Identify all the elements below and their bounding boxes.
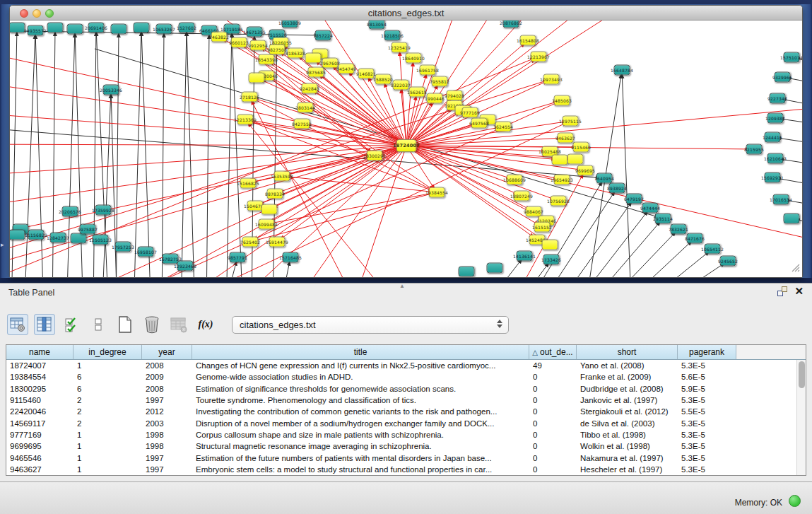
create-table-button[interactable]: [114, 314, 136, 335]
graph-node[interactable]: 18300295: [367, 151, 383, 161]
graph-node[interactable]: [552, 155, 568, 165]
panel-collapse-arrow-icon[interactable]: ▸: [1, 242, 4, 248]
graph-node[interactable]: [67, 24, 83, 35]
graph-node[interactable]: 8454749: [339, 64, 355, 74]
graph-node[interactable]: 18807249: [514, 191, 530, 201]
graph-node[interactable]: 12842737: [50, 233, 66, 243]
graph-node[interactable]: 1244415: [765, 132, 781, 143]
graph-node[interactable]: 20053346: [103, 85, 119, 95]
table-cell[interactable]: 6: [73, 385, 142, 393]
table-cell[interactable]: 2008: [142, 385, 192, 393]
table-cell[interactable]: 0: [529, 454, 577, 462]
table-cell[interactable]: 5.3E-5: [678, 419, 736, 428]
graph-node[interactable]: 11156829: [28, 230, 45, 240]
column-header-title[interactable]: title: [192, 345, 529, 359]
table-cell[interactable]: Yano et al. (2008): [577, 361, 678, 370]
float-panel-icon[interactable]: [777, 286, 787, 296]
table-cell[interactable]: 5.9E-5: [678, 385, 736, 393]
graph-node[interactable]: 1588520: [375, 74, 392, 85]
table-cell[interactable]: 5.3E-5: [678, 431, 736, 439]
column-header-in-degree[interactable]: in_degree: [73, 345, 142, 359]
graph-node[interactable]: 15166825: [240, 178, 257, 189]
table-cell[interactable]: 2008: [142, 361, 192, 370]
table-cell[interactable]: 18724007: [6, 361, 73, 370]
graph-node[interactable]: [784, 214, 800, 224]
table-cell[interactable]: 1: [73, 431, 142, 439]
table-cell[interactable]: de Silva et al. (2003): [577, 419, 678, 428]
table-cell[interactable]: 1: [73, 442, 142, 450]
row-height-button[interactable]: [88, 314, 109, 335]
table-row[interactable]: 977716911998Corpus callosum shape and si…: [6, 429, 806, 440]
table-cell[interactable]: Hescheler et al. (1997): [577, 465, 678, 474]
graph-node[interactable]: 9912954: [250, 40, 266, 51]
table-cell[interactable]: 18300295: [6, 385, 73, 393]
graph-node[interactable]: 9857791: [230, 252, 246, 263]
table-cell[interactable]: 19384554: [6, 373, 73, 381]
graph-node[interactable]: 1527602: [179, 23, 195, 33]
graph-node[interactable]: 7832621: [671, 224, 687, 235]
graph-node[interactable]: 18640910: [406, 53, 422, 64]
graph-node[interactable]: 9699695: [577, 165, 594, 176]
graph-node[interactable]: 12213967: [531, 52, 547, 62]
column-header-year[interactable]: year: [142, 345, 192, 359]
table-cell[interactable]: Corpus callosum shape and size in male p…: [192, 431, 529, 439]
table-cell[interactable]: Changes of HCN gene expression and I(f) …: [192, 361, 529, 370]
table-cell[interactable]: 0: [529, 373, 577, 381]
graph-node[interactable]: [567, 154, 584, 165]
graph-node[interactable]: 14671355: [247, 27, 263, 37]
graph-node[interactable]: 8215955: [746, 144, 763, 155]
column-header-out-de-[interactable]: △out_de...: [529, 345, 577, 359]
window-resize-grip-icon[interactable]: [790, 262, 800, 275]
graph-node[interactable]: 10973493: [543, 74, 560, 85]
graph-node[interactable]: 16958107: [138, 247, 154, 257]
table-cell[interactable]: 9115460: [6, 396, 73, 404]
graph-node[interactable]: 20206576: [62, 206, 78, 217]
graph-node[interactable]: 15692931: [765, 173, 781, 183]
table-cell[interactable]: 5.3E-5: [678, 465, 736, 474]
graph-node[interactable]: [71, 233, 87, 244]
graph-node[interactable]: 9474444: [642, 203, 659, 214]
table-cell[interactable]: 1998: [142, 442, 192, 450]
graph-node[interactable]: [487, 263, 503, 274]
table-cell[interactable]: 0: [529, 465, 577, 474]
graph-node[interactable]: 8322037: [393, 80, 409, 90]
table-cell[interactable]: 5.3E-5: [678, 442, 736, 450]
graph-node[interactable]: 18543398: [259, 54, 275, 65]
table-cell[interactable]: 1: [73, 361, 142, 370]
graph-node[interactable]: 15751074: [784, 52, 800, 63]
table-cell[interactable]: 2012: [142, 407, 192, 416]
graph-node[interactable]: 16210643: [767, 153, 784, 164]
table-cell[interactable]: 5.6E-5: [678, 373, 736, 381]
graph-node[interactable]: 9115460: [573, 142, 589, 153]
graph-node[interactable]: 15716485: [283, 252, 299, 263]
window-titlebar[interactable]: citations_edges.txt: [10, 6, 802, 21]
table-cell[interactable]: 9699695: [6, 442, 73, 450]
table-row[interactable]: 1456911722003Disruption of a novel membe…: [6, 417, 806, 428]
memory-indicator[interactable]: [789, 495, 801, 507]
graph-node[interactable]: 9975887: [80, 224, 96, 235]
graph-node[interactable]: 9242843: [302, 83, 318, 94]
table-cell[interactable]: Estimation of the future numbers of pati…: [192, 454, 529, 462]
graph-node[interactable]: 8813054: [369, 21, 385, 30]
table-cell[interactable]: 0: [529, 407, 577, 416]
graph-node[interactable]: 8427552: [294, 119, 310, 129]
table-cell[interactable]: Tibbo et al. (1998): [577, 431, 678, 439]
graph-node[interactable]: 16053809: [282, 21, 298, 28]
graph-node[interactable]: 8938924: [609, 183, 625, 194]
table-cell[interactable]: Investigating the contribution of common…: [192, 407, 529, 416]
table-cell[interactable]: 5.3E-5: [678, 396, 736, 404]
graph-node[interactable]: 7955812: [432, 76, 448, 87]
table-row[interactable]: 1872400712008Changes of HCN gene express…: [6, 360, 806, 371]
table-cell[interactable]: Dudbridge et al. (2008): [577, 385, 678, 393]
graph-node[interactable]: 16648784: [614, 65, 630, 76]
table-cell[interactable]: Disruption of a novel member of a sodium…: [192, 419, 529, 428]
table-cell[interactable]: 49: [529, 361, 577, 370]
table-cell[interactable]: 6: [73, 373, 142, 381]
table-cell[interactable]: 1: [73, 454, 142, 462]
table-cell[interactable]: Stergiakouli et al. (2012): [577, 407, 678, 416]
column-header-short[interactable]: short: [577, 345, 678, 359]
graph-node[interactable]: 12325419: [392, 42, 408, 53]
graph-node[interactable]: 8878334: [267, 189, 283, 199]
table-cell[interactable]: 9463627: [6, 465, 73, 474]
graph-node[interactable]: 9794028: [447, 90, 463, 101]
